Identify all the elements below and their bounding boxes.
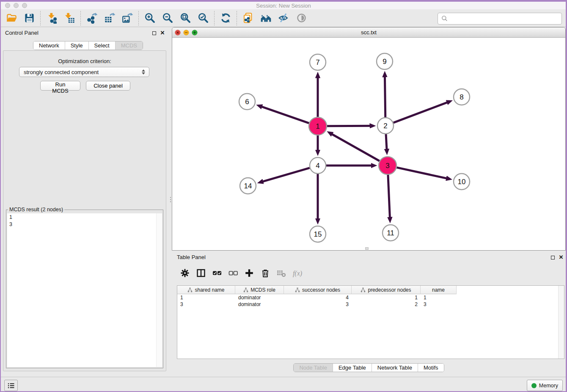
control-tab-mcds[interactable]: MCDS [115,41,143,50]
close-panel-button2[interactable]: Close panel [86,81,130,91]
import-table-icon [64,12,75,24]
table-cell[interactable]: 1 [177,295,235,301]
float-table-panel-button[interactable] [550,254,556,260]
node-10[interactable]: 10 [454,174,470,190]
memory-label: Memory [539,383,558,389]
settings-gear-icon [180,268,190,278]
clone-network-button[interactable] [240,11,256,25]
table-cell[interactable]: 1 [352,295,421,301]
table-tab-edge-table[interactable]: Edge Table [333,364,372,372]
column-header-shared-name[interactable]: shared name [177,286,235,294]
add-column-button[interactable] [243,266,256,280]
edge-1-6[interactable] [259,106,309,123]
table-cell[interactable]: dominator [235,301,284,307]
mcds-result-scrollbar[interactable] [156,213,162,367]
control-panel-tabs: NetworkStyleSelectMCDS [33,41,143,50]
table-tab-network-table[interactable]: Network Table [372,364,418,372]
edge-4-14[interactable] [260,168,310,182]
node-7[interactable]: 7 [310,54,326,70]
run-mcds-button[interactable]: Run MCDS [40,81,80,91]
splitter-grip[interactable] [170,196,171,203]
first-neighbors-button[interactable] [258,11,273,25]
edge-3-1[interactable] [330,133,380,161]
settings-gear-button[interactable] [179,266,191,280]
optimization-criterion-label: Optimization criterion: [3,58,166,64]
split-panel-button[interactable] [195,266,207,280]
tree-icon [243,287,248,293]
table-cell[interactable]: 4 [284,295,352,301]
node-3[interactable]: 3 [379,157,396,174]
deselect-all-button[interactable] [227,266,239,280]
refresh-button[interactable] [218,11,233,25]
task-history-button[interactable] [4,380,18,391]
table-cell[interactable]: 1 [421,295,457,301]
edge-2-9[interactable] [385,74,385,117]
edge-2-3[interactable] [386,134,387,152]
delete-column-button[interactable] [259,266,272,280]
control-tab-network[interactable]: Network [33,41,65,50]
graph-canvas[interactable]: 1234678910111415 [172,38,565,250]
function-builder-button: f(x) [291,266,304,280]
node-8[interactable]: 8 [454,89,470,105]
network-titlebar[interactable]: scc.txt [172,28,565,38]
node-6[interactable]: 6 [239,94,255,110]
canvas-resize-grip[interactable] [365,247,369,250]
select-stepper-icon [140,69,147,75]
save-button[interactable] [22,11,37,25]
node-2[interactable]: 2 [377,118,394,134]
node-1[interactable]: 1 [309,117,327,135]
edge-2-8[interactable] [394,102,450,123]
tree-icon [295,287,300,293]
node-15[interactable]: 15 [310,226,326,242]
table-cell[interactable]: 3 [284,301,352,307]
zoom-selected-button[interactable] [195,11,211,25]
hide-details-button[interactable] [276,11,291,25]
table-row[interactable]: 3dominator323 [177,301,559,308]
mcds-result-box[interactable]: 1 3 [7,213,162,367]
table-tab-node-table[interactable]: Node Table [294,364,333,372]
edge-3-10[interactable] [396,168,449,179]
zoom-out-button[interactable] [160,11,175,25]
column-header-name[interactable]: name [421,286,457,294]
export-network-button[interactable] [84,11,99,25]
toolbar-separator [214,11,215,25]
table-row[interactable]: 1dominator411 [177,294,559,301]
delete-column-icon [260,268,270,278]
table-scrollbar[interactable] [558,286,564,359]
export-table-button[interactable] [102,11,117,25]
import-network-button[interactable] [44,11,59,25]
column-header-predecessor-nodes[interactable]: predecessor nodes [352,286,421,294]
memory-button[interactable]: Memory [527,380,563,391]
optimization-criterion-select[interactable]: strongly connected component [19,67,149,77]
table-cell[interactable]: 3 [177,301,235,307]
export-image-button[interactable] [120,11,135,25]
zoom-fit-button[interactable] [178,11,193,25]
table-cell[interactable]: 3 [421,301,457,307]
search-box[interactable] [438,13,562,25]
control-tab-style[interactable]: Style [65,41,88,50]
table-tab-motifs[interactable]: Motifs [418,364,444,372]
toolbar-group [43,11,78,25]
close-panel-button[interactable]: ✕ [160,30,165,36]
node-9[interactable]: 9 [377,53,393,69]
table-cell[interactable]: 2 [352,301,421,307]
control-tab-select[interactable]: Select [88,41,115,50]
import-table-button[interactable] [62,11,77,25]
node-11[interactable]: 11 [383,225,399,241]
node-14[interactable]: 14 [240,178,256,194]
column-header-successor-nodes[interactable]: successor nodes [284,286,352,294]
select-all-button[interactable] [211,266,223,280]
edge-3-11[interactable] [388,175,390,220]
add-column-icon [244,268,254,278]
zoom-in-button[interactable] [142,11,157,25]
open-folder-button[interactable] [4,11,19,25]
column-label: successor nodes [302,287,340,293]
node-4[interactable]: 4 [310,157,326,174]
float-panel-button[interactable] [151,30,157,36]
column-header-MCDS-role[interactable]: MCDS role [235,286,284,294]
table-cell[interactable]: dominator [235,295,284,301]
network-title: scc.txt [172,29,565,36]
close-table-panel-button[interactable]: ✕ [558,254,564,260]
edge-1-2[interactable] [327,126,373,126]
search-input[interactable] [449,14,561,23]
